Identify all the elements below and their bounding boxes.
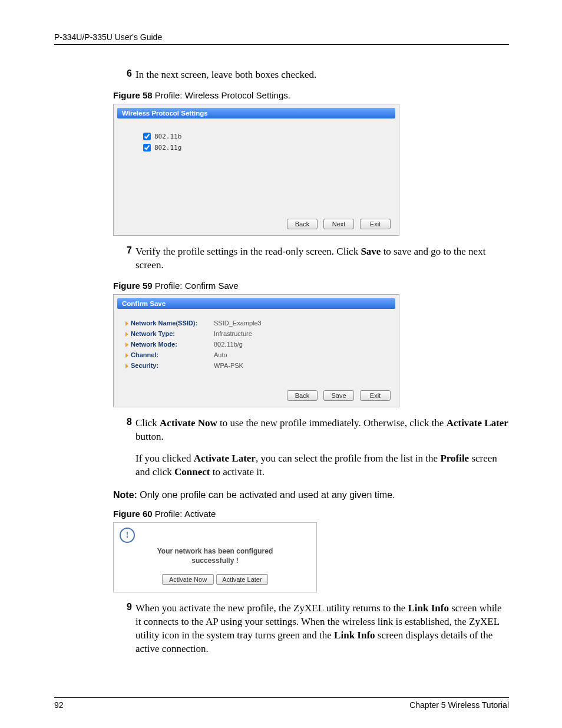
checkbox-80211g[interactable]	[143, 144, 151, 151]
exit-button[interactable]: Exit	[360, 219, 391, 229]
back-button[interactable]: Back	[287, 390, 318, 401]
step-text: Verify the profile settings in the read-…	[135, 245, 509, 272]
note: Note: Only one profile can be activated …	[113, 490, 509, 500]
dialog-title: Wireless Protocol Settings	[117, 108, 395, 118]
step-text: Click Activate Now to use the new profil…	[135, 417, 509, 479]
dialog-title: Confirm Save	[117, 298, 395, 309]
step-text: In the next screen, leave both boxes che…	[135, 68, 316, 82]
checkbox-label: 802.11g	[154, 144, 181, 151]
kv-value: WPA-PSK	[214, 362, 243, 369]
step-9: 9 When you activate the new profile, the…	[121, 602, 509, 656]
step-number: 8	[121, 417, 132, 479]
kv-row: Network Name(SSID):SSID_Example3	[125, 319, 393, 327]
kv-label: Channel:	[125, 351, 214, 358]
page-number: 92	[54, 700, 64, 710]
kv-row: Network Mode:802.11b/g	[125, 341, 393, 348]
activate-later-button[interactable]: Activate Later	[216, 574, 268, 585]
checkbox-label: 802.11b	[154, 133, 181, 140]
checkbox-row-80211b: 802.11b	[143, 133, 393, 140]
step-number: 9	[121, 602, 132, 656]
step-text: When you activate the new profile, the Z…	[135, 602, 509, 656]
kv-label: Network Mode:	[125, 341, 214, 348]
step-number: 6	[121, 68, 132, 82]
back-button[interactable]: Back	[287, 219, 318, 229]
kv-row: Network Type:Infrastructure	[125, 330, 393, 337]
info-icon: !	[120, 528, 135, 543]
success-message: Your network has been configured success…	[120, 546, 310, 566]
page-header: P-334U/P-335U User's Guide	[54, 32, 509, 45]
figure-59-caption: Figure 59 Profile: Confirm Save	[113, 281, 509, 291]
step-6: 6 In the next screen, leave both boxes c…	[121, 68, 509, 82]
activate-now-button[interactable]: Activate Now	[162, 574, 214, 585]
step-7: 7 Verify the profile settings in the rea…	[121, 245, 509, 272]
figure-58-caption: Figure 58 Profile: Wireless Protocol Set…	[113, 90, 509, 100]
confirm-save-dialog: Confirm Save Network Name(SSID):SSID_Exa…	[113, 294, 399, 407]
activate-dialog: ! Your network has been configured succe…	[113, 522, 317, 593]
checkbox-80211b[interactable]	[143, 133, 151, 140]
figure-60-caption: Figure 60 Profile: Activate	[113, 509, 509, 519]
kv-row: Channel:Auto	[125, 351, 393, 358]
step-8: 8 Click Activate Now to use the new prof…	[121, 417, 509, 479]
step-number: 7	[121, 245, 132, 272]
kv-row: Security:WPA-PSK	[125, 362, 393, 369]
kv-value: Auto	[214, 351, 227, 358]
kv-label: Security:	[125, 362, 214, 369]
checkbox-row-80211g: 802.11g	[143, 144, 393, 151]
kv-value: 802.11b/g	[214, 341, 243, 348]
kv-value: SSID_Example3	[214, 319, 262, 327]
page-footer: 92 Chapter 5 Wireless Tutorial	[54, 697, 509, 710]
exit-button[interactable]: Exit	[360, 390, 391, 401]
next-button[interactable]: Next	[323, 219, 354, 229]
kv-label: Network Name(SSID):	[125, 319, 214, 327]
chapter-label: Chapter 5 Wireless Tutorial	[409, 700, 509, 710]
save-button[interactable]: Save	[323, 390, 354, 401]
wireless-protocol-dialog: Wireless Protocol Settings 802.11b 802.1…	[113, 104, 399, 236]
kv-value: Infrastructure	[214, 330, 252, 337]
kv-label: Network Type:	[125, 330, 214, 337]
